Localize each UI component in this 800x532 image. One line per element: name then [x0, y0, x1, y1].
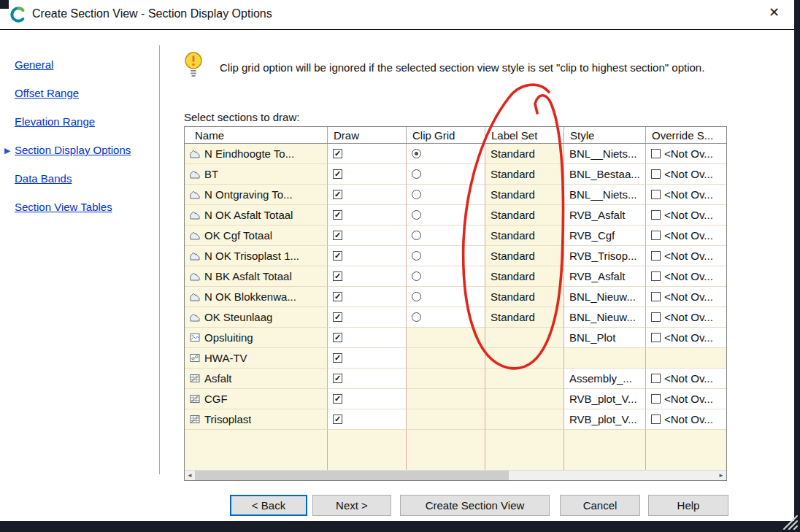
draw-checkbox[interactable] — [333, 353, 342, 363]
section-name-cell[interactable]: OK Cgf Totaal — [185, 225, 328, 246]
override-style-cell[interactable]: <Not Ov... — [646, 266, 726, 287]
style-cell[interactable]: Assembly_... — [564, 369, 646, 389]
scrollbar-track[interactable] — [509, 471, 716, 480]
sidebar-item-general[interactable]: General — [15, 58, 150, 76]
section-name-cell[interactable]: N OK Asfalt Totaal — [185, 205, 328, 225]
draw-checkbox[interactable] — [333, 190, 342, 199]
clip-grid-radio[interactable] — [412, 271, 421, 281]
sidebar-item-offset-range[interactable]: Offset Range — [15, 87, 150, 104]
override-style-cell[interactable]: <Not Ov... — [646, 144, 726, 164]
label-set-cell[interactable]: Standard — [485, 205, 564, 225]
draw-checkbox[interactable] — [333, 374, 342, 383]
draw-checkbox[interactable] — [333, 271, 342, 281]
draw-checkbox[interactable] — [333, 333, 342, 342]
label-set-cell[interactable] — [485, 328, 564, 348]
style-cell[interactable]: RVB_plot_V... — [564, 409, 646, 430]
draw-checkbox[interactable] — [333, 415, 342, 424]
override-style-cell[interactable]: <Not Ov... — [646, 225, 726, 246]
sidebar-item-data-bands[interactable]: Data Bands — [15, 172, 150, 190]
override-style-cell[interactable]: <Not Ov... — [646, 205, 726, 225]
section-name-cell[interactable]: N OK Trisoplast 1... — [185, 246, 328, 266]
style-cell[interactable]: BNL_Nieuw... — [564, 287, 646, 307]
section-name-cell[interactable]: Asfalt — [185, 369, 328, 389]
label-set-cell[interactable] — [485, 409, 564, 430]
next-button[interactable]: Next > — [312, 495, 391, 516]
scroll-right-arrow-icon[interactable]: ► — [716, 471, 726, 480]
draw-checkbox[interactable] — [333, 149, 342, 158]
style-cell[interactable]: BNL__Niets... — [564, 185, 646, 205]
clip-grid-radio[interactable] — [412, 169, 421, 179]
style-cell[interactable]: BNL_Plot — [564, 328, 646, 348]
override-checkbox[interactable] — [651, 190, 661, 199]
style-cell[interactable]: BNL_Nieuw... — [564, 307, 646, 328]
style-cell[interactable]: BNL__Niets... — [564, 144, 646, 164]
label-set-cell[interactable]: Standard — [485, 246, 564, 266]
override-style-cell[interactable]: <Not Ov... — [646, 307, 726, 328]
override-style-cell[interactable]: <Not Ov... — [646, 287, 726, 307]
sidebar-item-section-view-tables[interactable]: Section View Tables — [15, 201, 150, 218]
style-cell[interactable]: RVB_Asfalt — [564, 205, 646, 225]
override-style-cell[interactable]: <Not Ov... — [646, 246, 726, 266]
resize-grip[interactable] — [780, 513, 799, 531]
override-style-cell[interactable]: <Not Ov... — [646, 328, 726, 348]
scroll-left-arrow-icon[interactable]: ◄ — [185, 471, 195, 480]
cancel-button[interactable]: Cancel — [560, 495, 640, 516]
override-style-cell[interactable]: <Not Ov... — [646, 185, 726, 205]
section-name-cell[interactable]: BT — [185, 164, 328, 185]
override-checkbox[interactable] — [651, 374, 661, 383]
sidebar-item-elevation-range[interactable]: Elevation Range — [15, 115, 150, 133]
clip-grid-radio[interactable] — [412, 251, 421, 261]
style-cell[interactable]: RVB_Asfalt — [564, 266, 646, 287]
override-checkbox[interactable] — [651, 271, 661, 281]
scrollbar-thumb[interactable] — [195, 471, 509, 480]
clip-grid-radio[interactable] — [412, 190, 421, 199]
draw-checkbox[interactable] — [333, 292, 342, 301]
override-style-cell[interactable] — [646, 348, 726, 369]
section-name-cell[interactable]: N OK Blokkenwa... — [185, 287, 328, 307]
draw-checkbox[interactable] — [333, 210, 342, 220]
style-cell[interactable]: RVB_plot_V... — [564, 389, 646, 409]
clip-grid-radio[interactable] — [412, 149, 421, 158]
table-horizontal-scrollbar[interactable]: ◄ ► — [185, 470, 726, 480]
clip-grid-radio[interactable] — [412, 210, 421, 220]
override-style-cell[interactable]: <Not Ov... — [646, 389, 726, 409]
style-cell[interactable]: BNL_Bestaa... — [564, 164, 646, 185]
label-set-cell[interactable]: Standard — [485, 287, 564, 307]
create-section-view-button[interactable]: Create Section View — [400, 495, 550, 516]
sidebar-item-section-display-options[interactable]: ▶Section Display Options — [15, 144, 150, 161]
section-name-cell[interactable]: Trisoplast — [185, 409, 328, 430]
label-set-cell[interactable]: Standard — [485, 144, 564, 164]
label-set-cell[interactable] — [485, 369, 564, 389]
clip-grid-radio[interactable] — [412, 292, 421, 301]
section-name-cell[interactable]: HWA-TV — [185, 348, 328, 369]
override-checkbox[interactable] — [651, 312, 661, 322]
section-name-cell[interactable]: OK Steunlaag — [185, 307, 328, 328]
label-set-cell[interactable] — [485, 389, 564, 409]
label-set-cell[interactable] — [485, 348, 564, 369]
section-name-cell[interactable]: CGF — [185, 389, 328, 409]
section-name-cell[interactable]: N Eindhoogte To... — [185, 144, 328, 164]
section-name-cell[interactable]: N BK Asfalt Totaal — [185, 266, 328, 287]
override-checkbox[interactable] — [651, 210, 661, 220]
draw-checkbox[interactable] — [333, 231, 342, 240]
override-checkbox[interactable] — [651, 333, 661, 342]
section-name-cell[interactable]: N Ontgraving To... — [185, 185, 328, 205]
label-set-cell[interactable]: Standard — [485, 225, 564, 246]
override-style-cell[interactable]: <Not Ov... — [646, 409, 726, 430]
back-button[interactable]: < Back — [230, 495, 307, 516]
draw-checkbox[interactable] — [333, 394, 342, 404]
style-cell[interactable]: RVB_Cgf — [564, 225, 646, 246]
close-icon[interactable]: ✕ — [769, 6, 780, 19]
clip-grid-radio[interactable] — [412, 231, 421, 240]
override-checkbox[interactable] — [651, 231, 661, 240]
override-checkbox[interactable] — [651, 415, 661, 424]
section-name-cell[interactable]: Opsluiting — [185, 328, 328, 348]
label-set-cell[interactable]: Standard — [485, 307, 564, 328]
help-button[interactable]: Help — [648, 495, 728, 516]
override-style-cell[interactable]: <Not Ov... — [646, 369, 726, 389]
override-checkbox[interactable] — [651, 149, 661, 158]
draw-checkbox[interactable] — [333, 169, 342, 179]
style-cell[interactable] — [564, 348, 646, 369]
draw-checkbox[interactable] — [333, 251, 342, 261]
clip-grid-radio[interactable] — [412, 312, 421, 322]
